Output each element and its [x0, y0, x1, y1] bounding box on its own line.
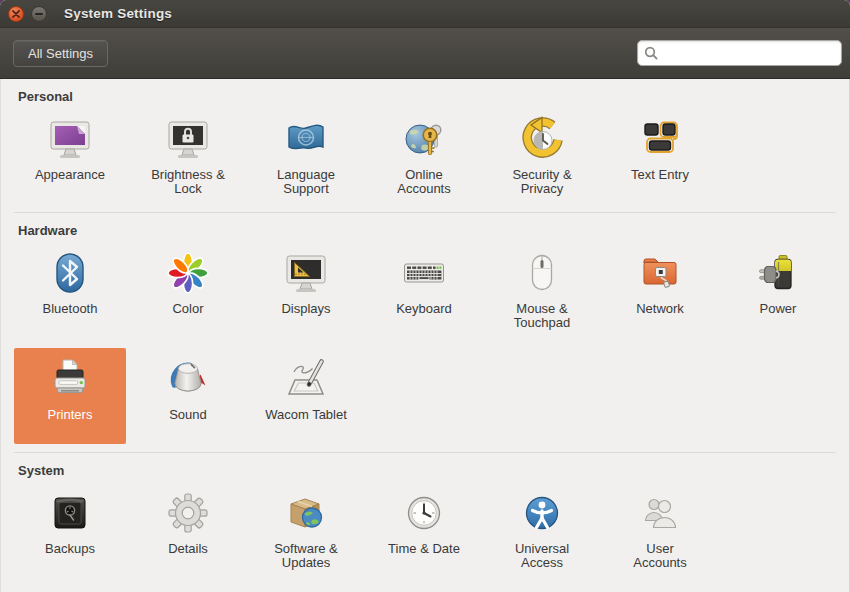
settings-item-online-accounts[interactable]: Online Accounts: [368, 108, 480, 204]
settings-item-security-privacy[interactable]: Security & Privacy: [486, 108, 598, 204]
settings-item-user-accounts[interactable]: User Accounts: [604, 482, 716, 578]
settings-item-label: User Accounts: [633, 542, 686, 570]
settings-item-sound[interactable]: Sound: [132, 348, 244, 444]
settings-item-power[interactable]: Power: [722, 242, 834, 338]
settings-item-text-entry[interactable]: Text Entry: [604, 108, 716, 204]
settings-item-network[interactable]: Network: [604, 242, 716, 338]
window-title: System Settings: [64, 6, 172, 21]
close-icon: [12, 10, 20, 18]
displays-icon: [282, 249, 330, 297]
universal-access-icon: [518, 489, 566, 537]
settings-item-label: Printers: [48, 408, 93, 422]
keyboard-icon: [400, 249, 448, 297]
settings-item-label: Network: [636, 302, 684, 316]
settings-item-wacom-tablet[interactable]: Wacom Tablet: [250, 348, 362, 444]
settings-item-brightness-lock[interactable]: Brightness & Lock: [132, 108, 244, 204]
settings-item-label: Backups: [45, 542, 95, 556]
settings-item-language-support[interactable]: Language Support: [250, 108, 362, 204]
settings-item-label: Software & Updates: [274, 542, 338, 570]
settings-item-label: Bluetooth: [43, 302, 98, 316]
section-system: System Backups: [14, 453, 836, 586]
all-settings-button[interactable]: All Settings: [13, 40, 108, 67]
section-hardware: Hardware Bluetooth: [14, 213, 836, 453]
software-updates-icon: [282, 489, 330, 537]
titlebar: System Settings: [0, 0, 850, 28]
text-entry-icon: [636, 115, 684, 163]
section-title: Hardware: [18, 223, 836, 238]
appearance-icon: [46, 115, 94, 163]
search-input[interactable]: [663, 45, 835, 62]
time-date-icon: [400, 489, 448, 537]
settings-item-label: Mouse & Touchpad: [514, 302, 570, 330]
personal-grid: Appearance Brightness & Lock: [14, 108, 836, 204]
settings-item-bluetooth[interactable]: Bluetooth: [14, 242, 126, 338]
section-personal: Personal Appearance: [14, 79, 836, 213]
settings-item-label: Details: [168, 542, 208, 556]
language-support-icon: [282, 115, 330, 163]
bluetooth-icon: [46, 249, 94, 297]
settings-item-label: Brightness & Lock: [151, 168, 225, 196]
settings-panel: Personal Appearance: [0, 79, 850, 592]
hardware-grid: Bluetooth: [14, 242, 836, 444]
settings-item-label: Language Support: [277, 168, 335, 196]
settings-item-label: Sound: [169, 408, 207, 422]
backups-icon: [46, 489, 94, 537]
system-grid: Backups: [14, 482, 836, 578]
search-icon: [644, 46, 658, 60]
section-title: Personal: [18, 89, 836, 104]
online-accounts-icon: [400, 115, 448, 163]
settings-item-appearance[interactable]: Appearance: [14, 108, 126, 204]
power-icon: [754, 249, 802, 297]
search-box[interactable]: [637, 40, 842, 66]
settings-item-displays[interactable]: Displays: [250, 242, 362, 338]
settings-item-keyboard[interactable]: Keyboard: [368, 242, 480, 338]
close-button[interactable]: [8, 6, 24, 22]
printers-icon: [46, 355, 94, 403]
settings-item-universal-access[interactable]: Universal Access: [486, 482, 598, 578]
settings-item-label: Displays: [281, 302, 330, 316]
settings-item-label: Online Accounts: [397, 168, 450, 196]
settings-item-color[interactable]: Color: [132, 242, 244, 338]
settings-item-mouse-touchpad[interactable]: Mouse & Touchpad: [486, 242, 598, 338]
details-icon: [164, 489, 212, 537]
system-settings-window: System Settings All Settings Personal: [0, 0, 850, 592]
brightness-lock-icon: [164, 115, 212, 163]
settings-item-label: Text Entry: [631, 168, 689, 182]
settings-item-label: Wacom Tablet: [265, 408, 347, 422]
settings-item-label: Appearance: [35, 168, 105, 182]
settings-item-details[interactable]: Details: [132, 482, 244, 578]
user-accounts-icon: [636, 489, 684, 537]
settings-item-label: Security & Privacy: [512, 168, 571, 196]
sound-icon: [164, 355, 212, 403]
settings-item-software-updates[interactable]: Software & Updates: [250, 482, 362, 578]
settings-item-label: Universal Access: [515, 542, 569, 570]
settings-item-label: Color: [172, 302, 203, 316]
settings-item-time-date[interactable]: Time & Date: [368, 482, 480, 578]
minimize-button[interactable]: [31, 6, 47, 22]
network-icon: [636, 249, 684, 297]
color-icon: [164, 249, 212, 297]
settings-item-label: Power: [760, 302, 797, 316]
settings-item-label: Keyboard: [396, 302, 452, 316]
toolbar: All Settings: [0, 28, 850, 79]
section-title: System: [18, 463, 836, 478]
mouse-touchpad-icon: [518, 249, 566, 297]
settings-item-printers[interactable]: Printers: [14, 348, 126, 444]
security-privacy-icon: [518, 115, 566, 163]
settings-item-backups[interactable]: Backups: [14, 482, 126, 578]
wacom-tablet-icon: [282, 355, 330, 403]
settings-item-label: Time & Date: [388, 542, 460, 556]
minimize-icon: [35, 10, 43, 18]
